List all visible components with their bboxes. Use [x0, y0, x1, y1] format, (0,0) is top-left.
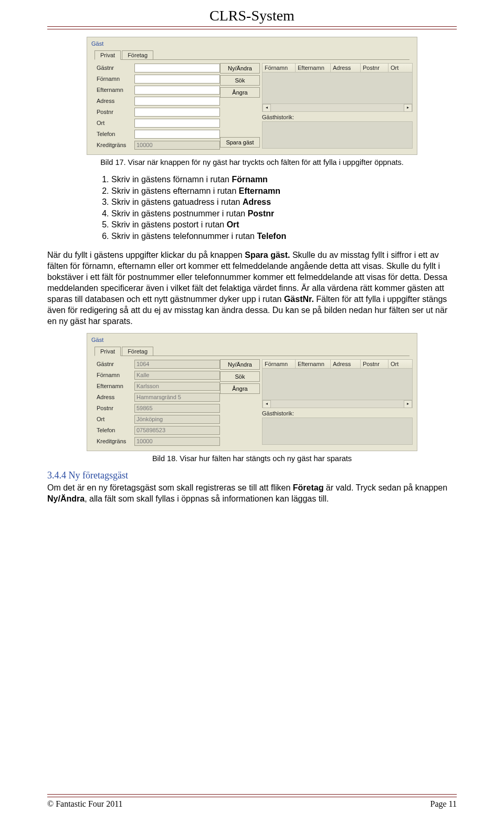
grid-header: Förnamn Efternamn Adress Postnr Ort	[262, 63, 413, 72]
input-postnr[interactable]	[134, 108, 220, 117]
label-efternamn: Efternamn	[97, 383, 134, 389]
historik-box[interactable]	[262, 121, 413, 149]
label-telefon: Telefon	[97, 427, 134, 433]
grid-col-efternamn[interactable]: Efternamn	[296, 360, 331, 368]
grid-col-ort[interactable]: Ort	[388, 360, 412, 368]
angra-button[interactable]: Ångra	[220, 383, 260, 394]
list-item: Skriv in gästens efternamn i rutan Efter…	[111, 185, 457, 197]
historik-label: Gästhistorik:	[262, 410, 413, 416]
label-telefon: Telefon	[97, 131, 134, 137]
group-label: Gäst	[88, 335, 416, 343]
input-gastnr[interactable]	[134, 64, 220, 72]
spara-gast-button[interactable]: Spara gäst	[220, 137, 260, 148]
list-item: Skriv in gästens postnummer i rutan Post…	[111, 208, 457, 220]
label-fornamn: Förnamn	[97, 76, 134, 82]
ny-andra-button[interactable]: Ny/Ändra	[220, 63, 260, 74]
input-telefon[interactable]	[134, 130, 220, 139]
grid-body[interactable]: ◂ ▸	[262, 369, 413, 408]
grid-col-fornamn[interactable]: Förnamn	[262, 360, 296, 368]
scrollbar[interactable]: ◂ ▸	[262, 103, 412, 111]
label-ort: Ort	[97, 416, 134, 422]
label-adress: Adress	[97, 98, 134, 104]
group-label: Gäst	[88, 38, 416, 47]
tab-foretag[interactable]: Företag	[122, 50, 153, 60]
label-kredit: Kreditgräns	[97, 142, 134, 148]
label-postnr: Postnr	[97, 405, 134, 411]
input-postnr	[134, 404, 220, 413]
input-gastnr	[134, 360, 220, 369]
input-efternamn[interactable]	[134, 86, 220, 95]
tab-privat[interactable]: Privat	[94, 347, 121, 356]
sok-button[interactable]: Sök	[220, 75, 260, 86]
label-postnr: Postnr	[97, 109, 134, 115]
grid-col-postnr[interactable]: Postnr	[361, 64, 388, 72]
footer-right: Page 11	[430, 799, 457, 809]
title-rule	[47, 26, 457, 29]
historik-box[interactable]	[262, 418, 413, 445]
list-item: Skriv in gästens förnamn i rutan Förnamn	[111, 174, 457, 185]
list-item: Skriv in gästens postort i rutan Ort	[111, 219, 457, 231]
input-fornamn	[134, 371, 220, 380]
list-item: Skriv in gästens telefonnummer i rutan T…	[111, 231, 457, 242]
scroll-left-icon[interactable]: ◂	[262, 400, 271, 408]
grid-col-postnr[interactable]: Postnr	[361, 360, 388, 368]
label-gastnr: Gästnr	[97, 65, 134, 71]
grid-col-fornamn[interactable]: Förnamn	[262, 64, 296, 72]
input-adress[interactable]	[134, 97, 220, 106]
grid-body[interactable]: ◂ ▸	[262, 72, 413, 112]
grid-col-efternamn[interactable]: Efternamn	[296, 64, 331, 72]
scrollbar[interactable]: ◂ ▸	[262, 400, 412, 408]
input-ort	[134, 415, 220, 424]
page-title: CLRS-System	[47, 7, 457, 26]
caption-17: Bild 17. Visar när knappen för ny gäst h…	[47, 158, 457, 166]
label-kredit: Kreditgräns	[97, 438, 134, 444]
list-item: Skriv in gästens gatuadress i rutan Adre…	[111, 196, 457, 208]
steps-list: Skriv in gästens förnamn i rutan Förnamn…	[102, 174, 457, 242]
input-efternamn	[134, 382, 220, 391]
grid-col-adress[interactable]: Adress	[331, 64, 361, 72]
label-gastnr: Gästnr	[97, 361, 134, 367]
input-fornamn[interactable]	[134, 75, 220, 84]
input-kredit	[134, 437, 220, 446]
body-paragraph-1: När du fyllt i gästens uppgifter klickar…	[47, 249, 457, 327]
section-heading: 3.4.4 Ny företagsgäst	[47, 470, 457, 481]
tab-privat[interactable]: Privat	[94, 50, 121, 60]
grid-col-ort[interactable]: Ort	[388, 64, 412, 72]
sok-button[interactable]: Sök	[220, 371, 260, 382]
input-telefon	[134, 426, 220, 435]
ny-andra-button[interactable]: Ny/Ändra	[220, 359, 260, 370]
label-adress: Adress	[97, 394, 134, 400]
footer-left: © Fantastic Four 2011	[47, 799, 123, 809]
historik-label: Gästhistorik:	[262, 114, 413, 120]
screenshot-guest-saved: Gäst Privat Företag Gästnr Förnamn Efter…	[87, 333, 417, 451]
input-adress	[134, 393, 220, 402]
body-paragraph-2: Om det är en ny företagsgäst som skall r…	[47, 482, 457, 504]
label-ort: Ort	[97, 120, 134, 126]
label-fornamn: Förnamn	[97, 372, 134, 378]
scroll-left-icon[interactable]: ◂	[262, 104, 271, 112]
input-kredit[interactable]	[134, 141, 220, 150]
caption-18: Bild 18. Visar hur fälten har stängts oc…	[47, 454, 457, 463]
input-ort[interactable]	[134, 119, 220, 128]
label-efternamn: Efternamn	[97, 87, 134, 93]
angra-button[interactable]: Ångra	[220, 87, 260, 98]
tab-foretag[interactable]: Företag	[122, 347, 153, 356]
scroll-right-icon[interactable]: ▸	[404, 400, 412, 408]
footer: © Fantastic Four 2011 Page 11	[47, 794, 457, 809]
grid-header: Förnamn Efternamn Adress Postnr Ort	[262, 359, 413, 369]
scroll-right-icon[interactable]: ▸	[404, 104, 412, 112]
grid-col-adress[interactable]: Adress	[331, 360, 361, 368]
screenshot-guest-open: Gäst Privat Företag Gästnr Förnamn Efter…	[87, 37, 417, 155]
